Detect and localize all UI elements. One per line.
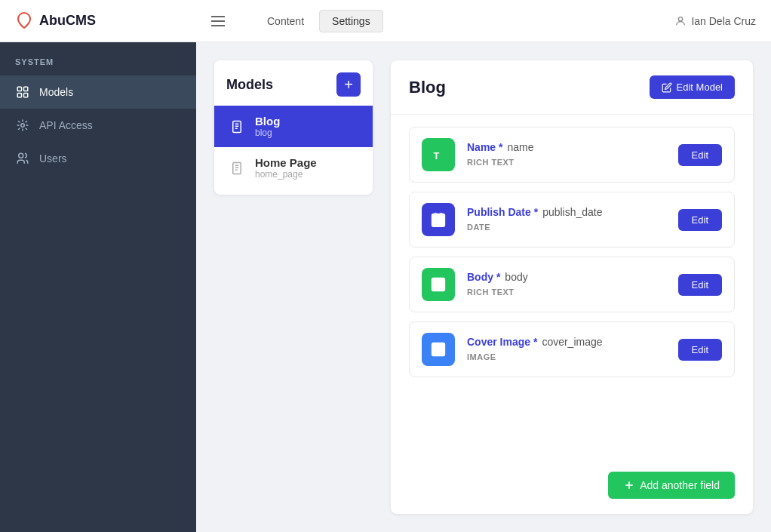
field-body-label: Body * <box>467 271 500 283</box>
sidebar-item-api[interactable]: API Access <box>0 109 196 142</box>
main-content: Models + Blog blog <box>196 42 771 532</box>
field-body-edit-button[interactable]: Edit <box>678 274 722 296</box>
image-icon <box>430 341 447 358</box>
svg-rect-1 <box>17 87 21 91</box>
field-publishdate-icon <box>422 203 455 236</box>
api-icon <box>15 118 30 133</box>
field-card-name: T Name * name RICH TEXT Edit <box>409 127 735 183</box>
field-body-row: Body * body <box>467 271 666 283</box>
calendar-icon <box>430 211 447 228</box>
svg-point-5 <box>21 124 25 128</box>
field-coverimage-label: Cover Image * <box>467 336 537 348</box>
logo: AbuCMS <box>15 12 211 30</box>
add-model-button[interactable]: + <box>336 72 361 97</box>
nav-settings[interactable]: Settings <box>319 10 383 32</box>
models-icon <box>15 85 30 100</box>
field-name-label: Name * <box>467 141 502 153</box>
model-homepage-icon <box>226 158 247 179</box>
app-name: AbuCMS <box>39 13 96 29</box>
field-name-key: name <box>507 141 533 153</box>
models-header: Models + <box>214 60 373 106</box>
sidebar-section-label: SYSTEM <box>0 57 196 75</box>
field-name-edit-button[interactable]: Edit <box>678 144 722 166</box>
sidebar-item-users[interactable]: Users <box>0 142 196 175</box>
sidebar-item-models[interactable]: Models <box>0 75 196 109</box>
blog-header: Blog Edit Model <box>391 60 753 115</box>
model-homepage-slug: home_page <box>255 169 317 180</box>
field-card-coverimage: Cover Image * cover_image IMAGE Edit <box>409 321 735 377</box>
top-nav: AbuCMS Content Settings Ian Dela Cruz <box>0 0 771 42</box>
nav-links: Content Settings <box>255 10 383 32</box>
field-coverimage-info: Cover Image * cover_image IMAGE <box>467 336 666 363</box>
field-publishdate-key: publish_date <box>542 206 602 218</box>
blog-panel: Blog Edit Model T <box>391 60 753 514</box>
field-name-type: RICH TEXT <box>467 158 515 167</box>
field-coverimage-edit-button[interactable]: Edit <box>678 339 722 361</box>
model-homepage-name: Home Page <box>255 156 317 169</box>
users-icon <box>15 151 30 166</box>
field-body-type: RICH TEXT <box>467 288 515 297</box>
add-field-label: Add another field <box>640 479 720 491</box>
text-icon: T <box>430 146 447 163</box>
nav-left: Content Settings <box>211 10 674 32</box>
user-name: Ian Dela Cruz <box>691 15 756 27</box>
field-body-info: Body * body RICH TEXT <box>467 271 666 298</box>
field-publishdate-label: Publish Date * <box>467 206 538 218</box>
field-coverimage-row: Cover Image * cover_image <box>467 336 666 348</box>
sidebar-api-label: API Access <box>39 119 93 131</box>
field-name-info: Name * name RICH TEXT <box>467 141 666 168</box>
field-coverimage-type: IMAGE <box>467 352 496 361</box>
sidebar-users-label: Users <box>39 152 67 165</box>
svg-point-25 <box>435 346 437 348</box>
field-publishdate-type: DATE <box>467 223 490 232</box>
hamburger-button[interactable] <box>211 16 225 26</box>
svg-point-0 <box>679 17 683 20</box>
fields-list: T Name * name RICH TEXT Edit <box>391 115 753 466</box>
model-blog-name: Blog <box>255 115 280 128</box>
svg-rect-16 <box>432 214 445 227</box>
field-publishdate-edit-button[interactable]: Edit <box>678 209 722 231</box>
svg-rect-2 <box>24 87 28 91</box>
model-blog-icon <box>226 116 247 137</box>
svg-text:T: T <box>434 150 440 161</box>
sidebar: SYSTEM Models API Access <box>0 42 196 532</box>
svg-rect-4 <box>24 94 28 97</box>
edit-model-button[interactable]: Edit Model <box>650 75 735 99</box>
field-name-row: Name * name <box>467 141 666 153</box>
model-homepage-info: Home Page home_page <box>255 156 317 180</box>
models-title: Models <box>226 77 273 93</box>
plus-icon <box>623 479 635 491</box>
field-publishdate-info: Publish Date * publish_date DATE <box>467 206 666 233</box>
nav-content[interactable]: Content <box>255 11 316 32</box>
edit-icon <box>662 82 672 93</box>
sidebar-models-label: Models <box>39 86 73 98</box>
model-item-blog[interactable]: Blog blog <box>214 106 373 147</box>
field-card-publishdate: Publish Date * publish_date DATE Edit <box>409 192 735 248</box>
edit-model-label: Edit Model <box>677 81 723 93</box>
field-coverimage-icon <box>422 333 455 366</box>
blog-title: Blog <box>409 78 446 97</box>
model-blog-slug: blog <box>255 128 280 138</box>
svg-point-6 <box>19 153 23 158</box>
field-publishdate-row: Publish Date * publish_date <box>467 206 666 218</box>
logo-icon <box>15 12 33 30</box>
svg-rect-3 <box>17 94 21 97</box>
richtext-icon <box>430 276 447 293</box>
field-body-icon <box>422 268 455 301</box>
user-info: Ian Dela Cruz <box>674 15 756 27</box>
field-body-key: body <box>505 271 527 283</box>
nav-right: Ian Dela Cruz <box>674 15 756 27</box>
app-body: SYSTEM Models API Access <box>0 42 771 532</box>
model-item-homepage[interactable]: Home Page home_page <box>214 147 373 189</box>
user-icon <box>674 15 687 27</box>
field-card-body: Body * body RICH TEXT Edit <box>409 257 735 312</box>
add-field-button[interactable]: Add another field <box>608 472 735 499</box>
field-coverimage-key: cover_image <box>542 336 602 348</box>
models-panel: Models + Blog blog <box>214 60 373 195</box>
field-name-icon: T <box>422 138 455 171</box>
model-blog-info: Blog blog <box>255 115 280 138</box>
add-field-row: Add another field <box>391 466 753 514</box>
